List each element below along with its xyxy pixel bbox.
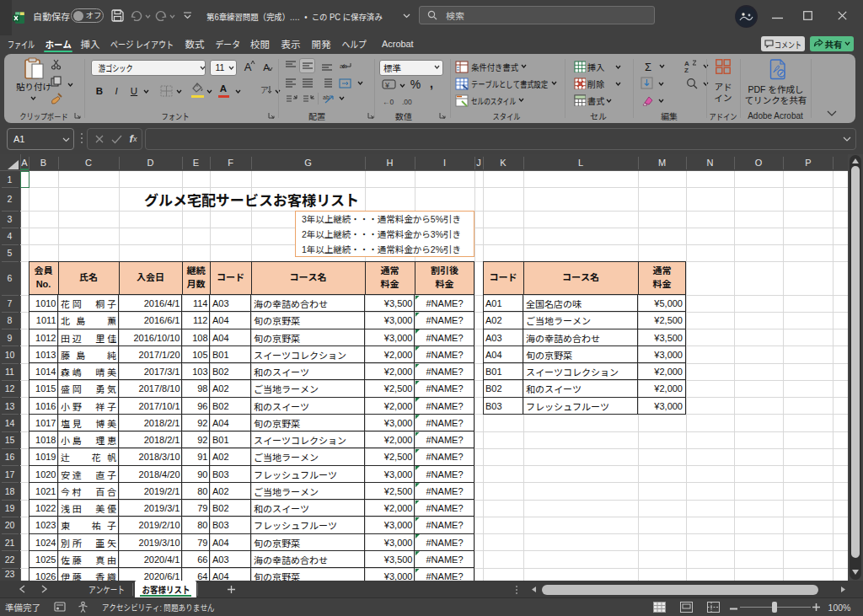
svg-text:ア: ア (260, 85, 269, 94)
svg-text:.00: .00 (402, 98, 412, 106)
svg-text:←0: ←0 (383, 98, 394, 106)
svg-text:ab: ab (323, 94, 330, 100)
svg-text:¥: ¥ (384, 81, 390, 89)
svg-text:Z: Z (684, 67, 689, 72)
